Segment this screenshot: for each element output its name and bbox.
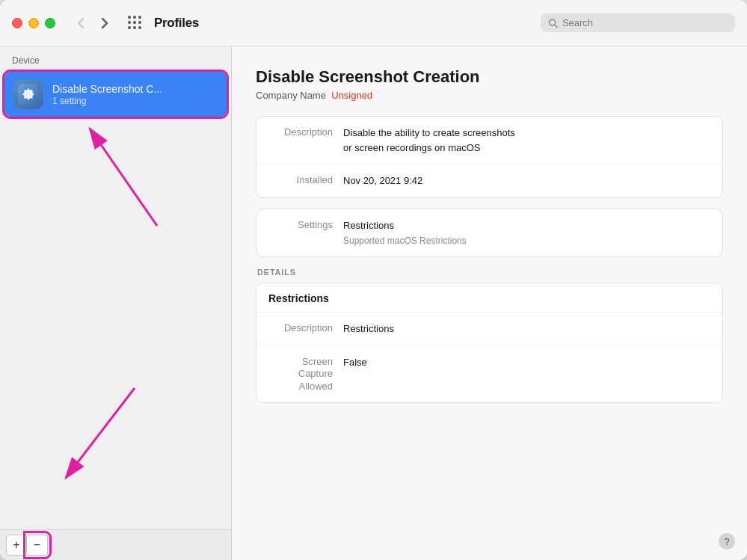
svg-line-1 — [555, 25, 557, 27]
apps-grid-icon[interactable] — [124, 13, 145, 34]
sidebar-section-header: Device — [0, 46, 231, 70]
fullscreen-button[interactable] — [45, 18, 55, 28]
sidebar-item-sub: 1 setting — [52, 96, 218, 106]
screen-capture-value: False — [343, 355, 710, 370]
installed-row: Installed Nov 20, 2021 9:42 — [256, 164, 722, 197]
description-row: Description Disable the ability to creat… — [256, 117, 722, 164]
window-title: Profiles — [154, 16, 199, 31]
back-button[interactable] — [70, 13, 91, 34]
search-icon — [548, 18, 558, 28]
main-content: Device — [0, 46, 747, 560]
titlebar: Profiles — [0, 0, 747, 46]
details-section-label: DETAILS — [256, 268, 723, 277]
search-bar[interactable] — [541, 13, 735, 32]
nav-buttons — [70, 13, 115, 34]
gear-icon — [18, 84, 39, 105]
detail-panel: Disable Screenshot Creation Company Name… — [232, 46, 747, 560]
details-card-title: Restrictions — [256, 283, 722, 313]
details-description-row: Description Restrictions — [256, 313, 722, 346]
help-button[interactable]: ? — [719, 533, 735, 550]
remove-profile-button[interactable]: − — [27, 535, 48, 556]
description-label: Description — [268, 126, 343, 138]
sidebar-item-profile[interactable]: Disable Screenshot C... 1 setting — [4, 72, 227, 117]
description-value: Disable the ability to create screenshot… — [343, 126, 710, 155]
sidebar-toolbar: + − — [0, 529, 231, 560]
details-card: Restrictions Description Restrictions Sc… — [256, 283, 723, 403]
screen-capture-row: Screen CaptureAllowed False — [256, 346, 722, 403]
profile-icon — [13, 79, 43, 109]
settings-label: Settings — [268, 218, 343, 230]
installed-label: Installed — [268, 173, 343, 185]
settings-row: Settings Restrictions Supported macOS Re… — [256, 209, 722, 257]
close-button[interactable] — [12, 18, 22, 28]
forward-button[interactable] — [94, 13, 115, 34]
search-input[interactable] — [562, 17, 728, 28]
minimize-button[interactable] — [28, 18, 39, 28]
sidebar-item-text: Disable Screenshot C... 1 setting — [52, 83, 218, 106]
settings-card: Settings Restrictions Supported macOS Re… — [256, 209, 723, 258]
detail-company: Company Name Unsigned — [256, 90, 723, 101]
company-label: Company Name — [256, 90, 326, 101]
traffic-lights — [12, 18, 55, 28]
detail-title: Disable Screenshot Creation — [256, 67, 723, 87]
sidebar: Device — [0, 46, 232, 560]
sidebar-item-name: Disable Screenshot C... — [52, 83, 218, 95]
company-value: Unsigned — [331, 90, 372, 101]
add-profile-button[interactable]: + — [6, 535, 27, 556]
installed-value: Nov 20, 2021 9:42 — [343, 173, 710, 188]
settings-value: Restrictions Supported macOS Restriction… — [343, 218, 710, 248]
details-description-label: Description — [268, 321, 343, 333]
info-card: Description Disable the ability to creat… — [256, 116, 723, 198]
screen-capture-label: Screen CaptureAllowed — [268, 355, 343, 394]
details-description-value: Restrictions — [343, 321, 710, 336]
